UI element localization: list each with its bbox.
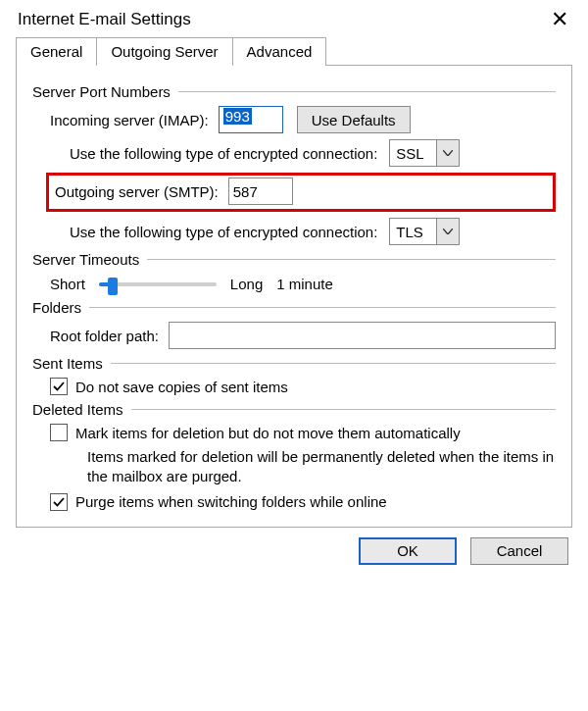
tab-panel-advanced: Server Port Numbers Incoming server (IMA… [16,65,572,528]
close-icon[interactable]: ✕ [545,10,574,29]
incoming-encryption-label: Use the following type of encrypted conn… [70,145,377,162]
outgoing-server-label: Outgoing server (SMTP): [55,183,219,200]
cancel-button[interactable]: Cancel [470,537,568,565]
tab-advanced[interactable]: Advanced [232,37,327,66]
use-defaults-button[interactable]: Use Defaults [297,106,411,133]
incoming-server-label: Incoming server (IMAP): [50,112,209,128]
tab-strip: General Outgoing Server Advanced [16,37,572,66]
group-server-port-numbers: Server Port Numbers [32,83,178,100]
timeout-value: 1 minute [276,276,333,292]
group-folders: Folders [32,299,89,316]
tab-outgoing-server[interactable]: Outgoing Server [96,37,232,66]
timeout-slider[interactable] [99,274,217,293]
mark-for-deletion-checkbox[interactable]: Mark items for deletion but do not move … [50,424,556,441]
timeout-short-label: Short [50,276,85,292]
mark-for-deletion-label: Mark items for deletion but do not move … [75,425,461,441]
tab-general[interactable]: General [16,37,97,66]
dont-save-sent-label: Do not save copies of sent items [75,379,288,395]
chevron-down-icon [436,140,459,166]
group-server-timeouts: Server Timeouts [32,251,147,268]
root-folder-input[interactable] [169,322,556,349]
outgoing-port-highlight: Outgoing server (SMTP): [46,173,556,212]
incoming-port-input[interactable]: 993 [219,106,283,133]
purge-checkbox[interactable]: Purge items when switching folders while… [50,493,556,511]
incoming-encryption-select[interactable]: SSL [389,139,460,167]
outgoing-encryption-select[interactable]: TLS [389,218,460,245]
window-title: Internet E-mail Settings [18,10,191,29]
outgoing-port-input[interactable] [228,178,293,205]
deletion-note: Items marked for deletion will be perman… [87,447,556,487]
chevron-down-icon [436,219,459,244]
group-deleted-items: Deleted Items [32,401,131,418]
outgoing-encryption-label: Use the following type of encrypted conn… [70,224,377,240]
ok-button[interactable]: OK [359,537,457,565]
timeout-long-label: Long [230,276,263,292]
group-sent-items: Sent Items [32,355,111,372]
purge-label: Purge items when switching folders while… [75,493,387,510]
dont-save-sent-checkbox[interactable]: Do not save copies of sent items [50,378,556,395]
root-folder-label: Root folder path: [50,328,159,344]
